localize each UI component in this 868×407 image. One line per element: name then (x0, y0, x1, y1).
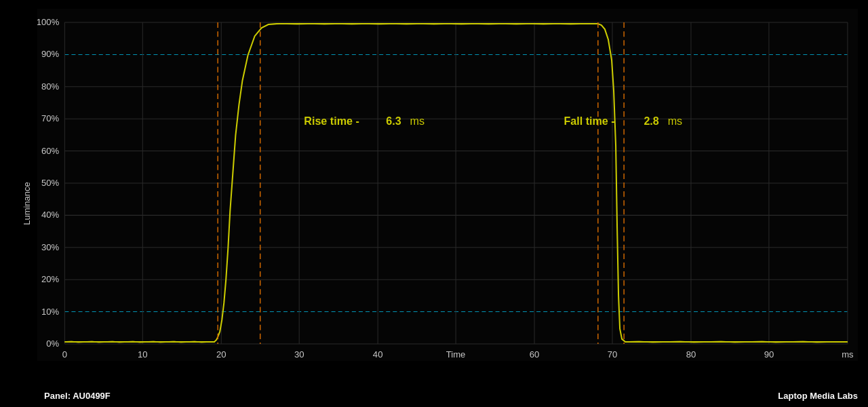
svg-text:50%: 50% (41, 178, 60, 188)
svg-text:80%: 80% (41, 81, 60, 92)
svg-text:20%: 20% (41, 274, 60, 284)
signal-noise-high (269, 24, 597, 24)
svg-text:40%: 40% (41, 210, 60, 220)
rise-time-value: 6.3 (386, 115, 401, 127)
y-axis-label: Luminance (22, 182, 32, 225)
svg-text:Time: Time (446, 349, 466, 360)
svg-text:40: 40 (373, 349, 383, 360)
rise-time-label: Rise time - (304, 115, 359, 127)
main-container: Response Time - "Black" to "White" and "… (0, 0, 868, 407)
panel-label: Panel: AU0499F (44, 389, 111, 402)
fall-time-value: 2.8 (644, 115, 658, 127)
svg-text:90: 90 (764, 349, 774, 360)
rise-time-unit: ms (410, 115, 425, 127)
svg-text:ms: ms (842, 349, 854, 360)
svg-text:30: 30 (294, 349, 304, 360)
svg-text:10%: 10% (41, 307, 60, 317)
svg-text:70: 70 (608, 349, 618, 360)
fall-time-label: Fall time - (564, 115, 614, 127)
svg-text:10: 10 (138, 349, 148, 360)
svg-text:60: 60 (530, 349, 540, 360)
svg-text:80: 80 (686, 349, 696, 360)
svg-text:100%: 100% (37, 17, 60, 27)
svg-rect-3 (37, 9, 858, 361)
svg-text:90%: 90% (41, 49, 60, 59)
svg-text:20: 20 (216, 349, 226, 360)
svg-text:30%: 30% (41, 242, 60, 252)
svg-text:60%: 60% (41, 146, 60, 156)
svg-text:0%: 0% (46, 338, 59, 349)
fall-time-unit: ms (668, 115, 683, 127)
brand-label: Laptop Media Labs (778, 389, 858, 402)
chart-svg: 100% 90% 80% 70% 60% 50% 40% 30% 20% 10%… (37, 7, 858, 363)
svg-text:70%: 70% (41, 113, 60, 123)
svg-text:0: 0 (62, 349, 67, 360)
